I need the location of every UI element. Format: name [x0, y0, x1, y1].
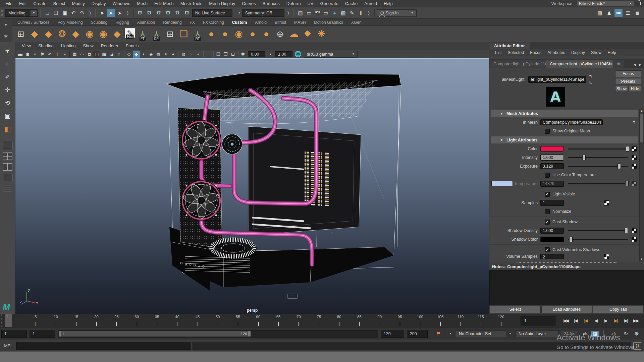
channel-box-toggle-icon[interactable]: ≣: [633, 9, 641, 17]
grease-pencil-icon[interactable]: ⌁: [61, 51, 68, 58]
isolate-select-icon[interactable]: ⬚: [205, 51, 212, 58]
shadow-color-slider[interactable]: [568, 237, 628, 242]
select-hierarchy-icon[interactable]: ➤: [98, 9, 106, 17]
menu-item[interactable]: Edit: [16, 1, 30, 6]
layout-outliner-persp[interactable]: [3, 174, 12, 181]
anim-layer-select[interactable]: No Anim Layer: [516, 330, 558, 337]
shelf-tab[interactable]: Curves / Surfaces: [13, 19, 53, 25]
gamma-icon[interactable]: ◑: [267, 51, 274, 58]
render-current-frame-icon[interactable]: ▭: [305, 9, 313, 17]
timeline-tick[interactable]: 50: [208, 314, 228, 327]
textured-display-icon[interactable]: ◐: [140, 51, 147, 58]
script-editor-icon[interactable]: {;}: [633, 342, 641, 350]
timeline-tick[interactable]: 105: [430, 314, 450, 327]
panel-title[interactable]: Attribute Editor: [489, 43, 530, 49]
film-gate-icon[interactable]: ▭: [78, 51, 86, 58]
timeline-tick[interactable]: 100: [410, 314, 430, 327]
chevron-down-icon[interactable]: ▼: [449, 332, 452, 335]
viewport-canvas[interactable]: y x z persp: [15, 59, 489, 314]
open-scene-icon[interactable]: ❒: [52, 9, 60, 17]
menu-item[interactable]: Arnold: [361, 1, 380, 6]
menu-item[interactable]: Generate: [317, 1, 342, 6]
view-transform-select[interactable]: sRGB gamma ▼: [304, 51, 358, 58]
go-to-end-icon[interactable]: ▶▶|: [631, 316, 641, 325]
cp-axis-tool-icon[interactable]: Y CP: [150, 28, 162, 40]
shelf-sphere-icon[interactable]: ●: [205, 28, 217, 40]
timeline-tick[interactable]: 80: [329, 314, 349, 327]
connection-icon[interactable]: ↰: [632, 120, 636, 125]
map-texture-button[interactable]: [632, 155, 637, 160]
section-light-attributes[interactable]: ▼ Light Attributes: [491, 136, 638, 143]
motion-blur-icon[interactable]: ◔: [187, 51, 194, 58]
menu-item[interactable]: Help: [380, 1, 396, 6]
playback-loop-icon[interactable]: ⇄: [581, 331, 589, 337]
menu-item[interactable]: Modify: [69, 1, 88, 6]
group-collapse-icon[interactable]: ❭: [88, 10, 93, 15]
shelf-tab[interactable]: Poly Modeling: [53, 19, 87, 25]
2d-pan-zoom-icon[interactable]: ✛: [54, 51, 61, 58]
group-collapse-icon[interactable]: ❭: [366, 10, 371, 15]
layout-list[interactable]: [3, 185, 12, 192]
character-controls-toggle-icon[interactable]: ♟: [605, 9, 613, 17]
timeline-tick[interactable]: 115: [471, 314, 491, 327]
viewport-camera-icon[interactable]: ▬: [17, 51, 24, 58]
shelf-tab[interactable]: Animation: [133, 19, 159, 25]
tab-next-icon[interactable]: ▶: [639, 63, 641, 66]
hypershade-icon[interactable]: ●: [331, 9, 339, 17]
output-connection-icon[interactable]: ↳: [589, 80, 592, 85]
ae-menu-item[interactable]: Attributes: [544, 50, 568, 55]
select-object-icon[interactable]: ➤: [107, 9, 115, 17]
shelf-menu-icon[interactable]: ▾: [5, 22, 7, 27]
group-collapse-icon[interactable]: ❭: [286, 10, 291, 15]
viewport-menu-item[interactable]: Shading: [35, 44, 57, 48]
group-collapse-icon[interactable]: ❭: [125, 10, 130, 15]
grid-toggle-icon[interactable]: ▦: [71, 51, 78, 58]
viewport-menu-item[interactable]: View: [18, 44, 35, 48]
sign-in-button[interactable]: Sign In ▼: [377, 9, 417, 17]
step-forward-frame-icon[interactable]: ▶|: [621, 316, 631, 325]
shelf-tab[interactable]: Motion Graphics: [310, 19, 347, 25]
rotate-tool-icon[interactable]: ⟲: [3, 98, 13, 108]
ae-menu-item[interactable]: Help: [604, 50, 619, 55]
menu-item[interactable]: Cache: [342, 1, 361, 6]
viewport-menu-item[interactable]: Panels: [122, 44, 142, 48]
map-texture-button[interactable]: [632, 164, 637, 169]
shelf-tab[interactable]: Arnold: [251, 19, 271, 25]
shelf-flake-icon[interactable]: ❋: [315, 28, 327, 40]
timeline-tick[interactable]: 75: [309, 314, 329, 327]
select-tool-icon[interactable]: ➤: [3, 46, 13, 56]
scroll-up-icon[interactable]: ▲: [640, 109, 643, 113]
viewport-menu-item[interactable]: Lighting: [57, 44, 79, 48]
map-texture-button[interactable]: [632, 237, 637, 242]
resolution-gate-icon[interactable]: ◘: [86, 51, 93, 58]
shelf-tab[interactable]: MASH: [290, 19, 310, 25]
shadow-color-swatch[interactable]: [540, 237, 564, 242]
shadows-icon[interactable]: ●: [170, 51, 177, 58]
xray-joints-icon[interactable]: ❐: [222, 51, 229, 58]
tab-prev-icon[interactable]: ◀: [634, 63, 636, 66]
lock-camera-icon[interactable]: ◙: [24, 51, 31, 58]
select-component-icon[interactable]: ➤: [116, 9, 124, 17]
workspace-lock-icon[interactable]: [637, 2, 641, 5]
add-bookmark-icon[interactable]: ⚑: [436, 330, 441, 337]
chevron-down-icon[interactable]: ▼: [238, 11, 241, 14]
playback-range-slider[interactable]: 1 120: [58, 330, 378, 338]
timeline-tick[interactable]: 40: [167, 314, 187, 327]
gate-mask-icon[interactable]: ▢: [93, 51, 100, 58]
open-render-view-icon[interactable]: ▧: [297, 9, 305, 17]
copy-tab-button[interactable]: Copy Tab: [593, 306, 644, 313]
undo-icon[interactable]: ↶: [69, 9, 77, 17]
anti-alias-icon[interactable]: ◖: [195, 51, 202, 58]
last-tool-icon[interactable]: ◧: [3, 124, 13, 134]
map-texture-button[interactable]: [632, 228, 637, 233]
input-connection-icon[interactable]: ↰: [589, 74, 592, 79]
live-surface-field[interactable]: No Live Surface: [192, 9, 232, 17]
exposure-toggle-icon[interactable]: ⊡: [229, 51, 236, 58]
menu-item[interactable]: Display: [88, 1, 109, 6]
animation-end-field[interactable]: 200: [407, 330, 428, 338]
new-scene-icon[interactable]: □: [43, 9, 51, 17]
cast-volumetric-shadows-checkbox[interactable]: ✓: [545, 247, 550, 252]
timeline-tick[interactable]: 60: [248, 314, 268, 327]
shelf-sphere-icon[interactable]: ◉: [233, 28, 245, 40]
shelf-tab[interactable]: Sculpting: [87, 19, 111, 25]
